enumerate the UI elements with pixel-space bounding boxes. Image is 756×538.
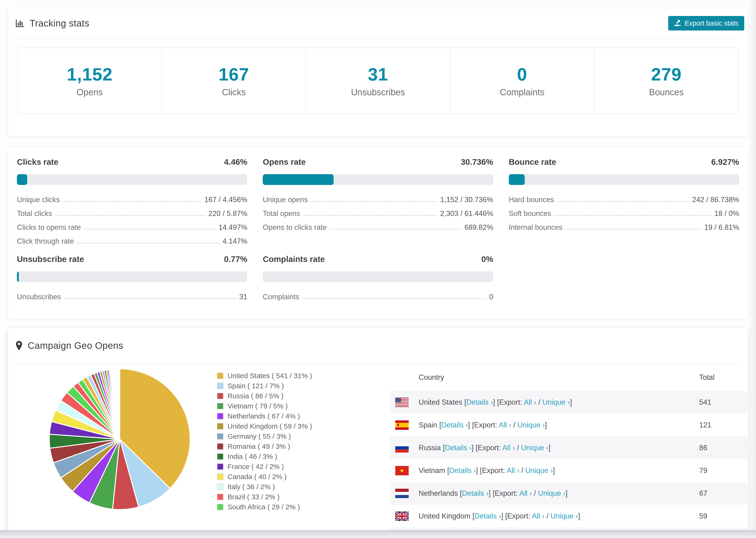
rate-value: 4.46% <box>224 157 247 167</box>
geo-table-rows: United States [Details ›] [Export: All ›… <box>390 391 747 532</box>
punctuation: ] [Export: <box>476 466 507 475</box>
legend-label: Spain ( 121 / 7% ) <box>228 382 284 390</box>
details-link[interactable]: Details › <box>449 466 476 475</box>
country-name: Spain <box>419 421 437 429</box>
punctuation: / <box>536 398 542 406</box>
legend-item[interactable]: France ( 42 / 2% ) <box>217 461 312 471</box>
summary-stat: 167Clicks <box>162 48 306 114</box>
legend-item[interactable]: Brazil ( 33 / 2% ) <box>217 492 312 502</box>
export-icon <box>674 20 681 27</box>
export-unique-link[interactable]: Unique › <box>525 466 553 475</box>
rate-detail-lines: Unique clicks167 / 4.456%Total clicks220… <box>17 193 247 248</box>
legend-item[interactable]: Italy ( 36 / 2% ) <box>217 482 312 492</box>
legend-label: Netherlands ( 67 / 4% ) <box>228 412 300 420</box>
details-link[interactable]: Details › <box>462 489 489 497</box>
dotted-leader <box>554 215 712 216</box>
country-name: United Kingdom <box>419 512 470 520</box>
details-link[interactable]: Details › <box>474 512 501 520</box>
progress-bar-fill <box>263 174 334 185</box>
details-link[interactable]: Details › <box>441 421 468 429</box>
pie-legend: United States ( 541 / 31% )Spain ( 121 /… <box>217 371 312 512</box>
summary-stat-value: 167 <box>219 64 249 84</box>
rate-detail-value: 31 <box>239 293 247 300</box>
punctuation: / <box>519 466 525 475</box>
details-link[interactable]: Details › <box>466 398 493 406</box>
punctuation: / <box>515 444 521 452</box>
legend-item[interactable]: Vietnam ( 79 / 5% ) <box>217 401 312 411</box>
rate-detail-label: Hard bounces <box>509 196 554 203</box>
legend-label: India ( 46 / 3% ) <box>228 453 277 460</box>
geo-table-header-row: Country Total <box>390 364 747 391</box>
legend-item[interactable]: Netherlands ( 67 / 4% ) <box>217 411 312 421</box>
country-name: Russia <box>419 444 441 452</box>
legend-color-swatch <box>217 423 224 430</box>
legend-item[interactable]: India ( 46 / 3% ) <box>217 452 312 461</box>
geo-row-total: 86 <box>699 444 707 452</box>
rate-detail-label: Unique opens <box>263 196 307 203</box>
rate-block: Complaints rate0%Complaints0 <box>263 254 493 304</box>
dotted-leader <box>557 201 689 202</box>
rate-detail-value: 167 / 4.456% <box>204 196 247 203</box>
rate-detail-line: Total opens2,303 / 61.446% <box>263 207 493 221</box>
legend-item[interactable]: Russia ( 86 / 5% ) <box>217 391 312 401</box>
country-name: Netherlands <box>419 489 458 497</box>
rate-detail-line: Click through rate4.147% <box>17 235 247 248</box>
legend-label: Romania ( 49 / 3% ) <box>228 443 290 451</box>
rate-title-row: Clicks rate4.46% <box>17 157 247 167</box>
export-all-link[interactable]: All › <box>507 466 519 475</box>
geo-row-text: Spain [Details ›] [Export: All › / Uniqu… <box>419 421 547 429</box>
export-unique-link[interactable]: Unique › <box>538 489 566 497</box>
rate-detail-label: Clicks to opens rate <box>17 224 81 231</box>
export-unique-link[interactable]: Unique › <box>517 421 545 429</box>
geo-opens-title: Campaign Geo Opens <box>28 340 123 351</box>
export-all-link[interactable]: All › <box>519 489 532 497</box>
legend-color-swatch <box>217 413 224 419</box>
legend-item[interactable]: Germany ( 55 / 3% ) <box>217 431 312 441</box>
geo-opens-body: United States ( 541 / 31% )Spain ( 121 /… <box>8 364 748 531</box>
export-unique-link[interactable]: Unique › <box>551 512 578 520</box>
export-all-link[interactable]: All › <box>532 512 544 520</box>
us-flag-icon <box>395 398 409 407</box>
summary-stat-label: Clicks <box>222 87 245 97</box>
legend-item[interactable]: South Africa ( 29 / 2% ) <box>217 502 312 512</box>
geo-row-text: Netherlands [Details ›] [Export: All › /… <box>419 489 567 498</box>
dotted-leader <box>303 215 437 216</box>
rate-detail-lines: Unique opens1,152 / 30.736%Total opens2,… <box>263 193 493 235</box>
geo-row-total: 541 <box>699 398 711 406</box>
tracking-stats-card: Tracking stats Export basic stats 1,152O… <box>8 8 748 137</box>
legend-label: Brazil ( 33 / 2% ) <box>228 493 280 501</box>
rate-value: 0.77% <box>224 254 247 264</box>
rate-title: Opens rate <box>263 157 306 167</box>
rate-block: Clicks rate4.46%Unique clicks167 / 4.456… <box>17 157 247 248</box>
page-bottom-gutter <box>0 530 756 538</box>
legend-color-swatch <box>217 504 224 510</box>
details-link[interactable]: Details › <box>445 444 472 452</box>
legend-item[interactable]: Romania ( 49 / 3% ) <box>217 441 312 452</box>
legend-label: United States ( 541 / 31% ) <box>228 372 312 380</box>
rate-title: Bounce rate <box>509 157 556 167</box>
export-all-link[interactable]: All › <box>503 444 515 452</box>
legend-color-swatch <box>217 494 224 500</box>
export-basic-stats-button[interactable]: Export basic stats <box>668 16 744 30</box>
ru-flag-icon <box>395 443 409 453</box>
export-all-link[interactable]: All › <box>499 421 511 429</box>
rate-detail-value: 18 / 0% <box>715 210 739 217</box>
rate-detail-line: Internal bounces19 / 6.81% <box>509 221 739 235</box>
geo-row-text: United States [Details ›] [Export: All ›… <box>419 398 572 406</box>
legend-color-swatch <box>217 443 224 450</box>
legend-color-swatch <box>217 473 224 480</box>
punctuation: ] <box>570 398 572 406</box>
geo-row-text: United Kingdom [Details ›] [Export: All … <box>419 512 580 520</box>
progress-bar <box>17 174 247 185</box>
tracking-stats-header: Tracking stats Export basic stats <box>15 8 741 39</box>
export-unique-link[interactable]: Unique › <box>542 398 570 406</box>
rate-detail-line: Complaints0 <box>263 290 493 304</box>
legend-item[interactable]: Canada ( 40 / 2% ) <box>217 471 312 482</box>
rate-title: Complaints rate <box>263 254 325 264</box>
export-unique-link[interactable]: Unique › <box>521 444 549 452</box>
dotted-leader <box>302 298 486 299</box>
legend-item[interactable]: Spain ( 121 / 7% ) <box>217 381 312 391</box>
export-all-link[interactable]: All › <box>524 398 536 406</box>
legend-item[interactable]: United Kingdom ( 59 / 3% ) <box>217 421 312 431</box>
legend-item[interactable]: United States ( 541 / 31% ) <box>217 371 312 381</box>
